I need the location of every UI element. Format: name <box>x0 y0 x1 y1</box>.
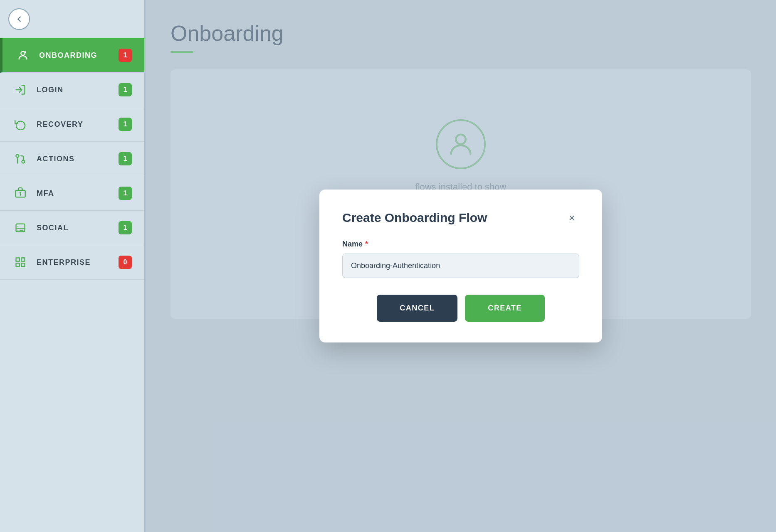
sidebar: ONBOARDING 1 LOGIN 1 RECOVERY 1 <box>0 0 146 532</box>
create-flow-modal: Create Onboarding Flow × Name * CANCEL C… <box>319 190 602 342</box>
modal-header: Create Onboarding Flow × <box>342 210 579 225</box>
mfa-badge: 1 <box>119 187 132 200</box>
sidebar-item-actions-label: ACTIONS <box>37 155 119 163</box>
required-indicator: * <box>365 240 368 249</box>
sidebar-item-enterprise-label: ENTERPRISE <box>37 258 119 267</box>
svg-rect-14 <box>21 258 25 261</box>
modal-buttons: CANCEL CREATE <box>342 295 579 322</box>
sidebar-item-actions[interactable]: ACTIONS 1 <box>0 142 144 176</box>
svg-rect-16 <box>21 263 25 266</box>
svg-point-0 <box>21 52 25 55</box>
modal-name-field-container: Name * <box>342 240 579 295</box>
modal-close-button[interactable]: × <box>564 210 579 225</box>
cancel-button[interactable]: CANCEL <box>377 295 457 322</box>
social-icon <box>12 220 28 236</box>
sidebar-item-social-label: SOCIAL <box>37 224 119 232</box>
sidebar-item-mfa-label: MFA <box>37 189 119 198</box>
svg-rect-15 <box>16 263 20 266</box>
sidebar-item-recovery-label: RECOVERY <box>37 120 119 129</box>
onboarding-badge: 1 <box>119 49 132 62</box>
social-badge: 1 <box>119 221 132 234</box>
login-icon <box>12 82 28 98</box>
sidebar-item-enterprise[interactable]: ENTERPRISE 0 <box>0 245 144 280</box>
onboarding-icon <box>15 47 31 63</box>
svg-rect-13 <box>16 258 20 261</box>
actions-icon <box>12 151 28 167</box>
enterprise-badge: 0 <box>119 256 132 269</box>
sidebar-item-recovery[interactable]: RECOVERY 1 <box>0 107 144 142</box>
sidebar-item-mfa[interactable]: MFA 1 <box>0 176 144 211</box>
main-content: Onboarding flows installed to show ace T… <box>146 0 776 532</box>
modal-title: Create Onboarding Flow <box>342 211 487 225</box>
sidebar-item-social[interactable]: SOCIAL 1 <box>0 211 144 245</box>
name-field-label: Name * <box>342 240 579 249</box>
modal-overlay: Create Onboarding Flow × Name * CANCEL C… <box>146 0 776 532</box>
mfa-icon <box>12 185 28 201</box>
login-badge: 1 <box>119 83 132 96</box>
back-button[interactable] <box>8 8 30 30</box>
flow-name-input[interactable] <box>342 254 579 278</box>
sidebar-item-onboarding-label: ONBOARDING <box>39 51 119 60</box>
enterprise-icon <box>12 254 28 270</box>
create-button[interactable]: CREATE <box>465 295 545 322</box>
sidebar-item-login[interactable]: LOGIN 1 <box>0 73 144 107</box>
svg-point-7 <box>20 192 21 193</box>
sidebar-item-login-label: LOGIN <box>37 86 119 94</box>
actions-badge: 1 <box>119 152 132 165</box>
recovery-badge: 1 <box>119 118 132 131</box>
recovery-icon <box>12 116 28 132</box>
sidebar-item-onboarding[interactable]: ONBOARDING 1 <box>0 38 144 73</box>
